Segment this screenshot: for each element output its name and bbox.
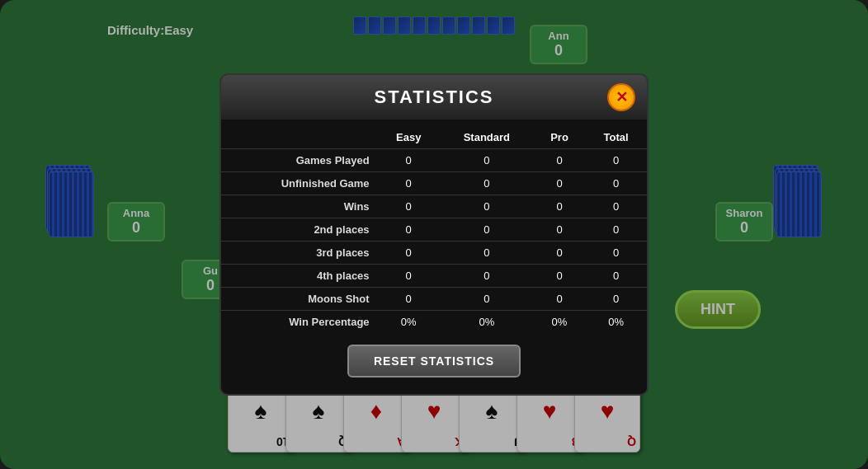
stats-row: 4th places 0 0 0 0 bbox=[221, 265, 647, 288]
row-total: 0 bbox=[585, 265, 647, 288]
row-pro: 0 bbox=[534, 195, 585, 218]
row-easy: 0 bbox=[378, 218, 440, 242]
close-icon: ✕ bbox=[616, 88, 628, 106]
row-pro: 0 bbox=[534, 288, 585, 311]
row-standard: 0% bbox=[440, 311, 534, 334]
row-label: Moons Shot bbox=[221, 288, 378, 311]
col-header-empty bbox=[221, 126, 378, 149]
row-pro: 0 bbox=[534, 149, 585, 172]
row-pro: 0 bbox=[534, 265, 585, 288]
row-pro: 0 bbox=[534, 172, 585, 195]
statistics-modal: STATISTICS ✕ Easy Standard Pro Total bbox=[219, 73, 649, 396]
modal-header: STATISTICS ✕ bbox=[221, 75, 647, 120]
row-total: 0 bbox=[585, 218, 647, 242]
row-standard: 0 bbox=[440, 288, 534, 311]
row-easy: 0 bbox=[378, 242, 440, 265]
row-label: 2nd places bbox=[221, 218, 378, 242]
col-header-total: Total bbox=[585, 126, 647, 149]
row-easy: 0 bbox=[378, 172, 440, 195]
stats-row: Win Percentage 0% 0% 0% 0% bbox=[221, 311, 647, 334]
reset-statistics-button[interactable]: RESET STATISTICS bbox=[347, 345, 521, 378]
row-label: Games Played bbox=[221, 149, 378, 172]
stats-row: Games Played 0 0 0 0 bbox=[221, 149, 647, 172]
row-standard: 0 bbox=[440, 195, 534, 218]
game-background: Difficulty:Easy Ann 0 Anna 0 Gu bbox=[0, 0, 868, 469]
row-easy: 0 bbox=[378, 288, 440, 311]
row-label: Unfinished Game bbox=[221, 172, 378, 195]
row-label: Win Percentage bbox=[221, 311, 378, 334]
modal-overlay: STATISTICS ✕ Easy Standard Pro Total bbox=[0, 0, 868, 469]
stats-row: Wins 0 0 0 0 bbox=[221, 195, 647, 218]
row-pro: 0 bbox=[534, 218, 585, 242]
row-total: 0% bbox=[585, 311, 647, 334]
row-standard: 0 bbox=[440, 218, 534, 242]
row-pro: 0 bbox=[534, 242, 585, 265]
row-total: 0 bbox=[585, 288, 647, 311]
col-header-easy: Easy bbox=[378, 126, 440, 149]
stats-row: 2nd places 0 0 0 0 bbox=[221, 218, 647, 242]
row-standard: 0 bbox=[440, 172, 534, 195]
row-easy: 0 bbox=[378, 149, 440, 172]
col-header-standard: Standard bbox=[440, 126, 534, 149]
stats-row: Unfinished Game 0 0 0 0 bbox=[221, 172, 647, 195]
modal-title: STATISTICS bbox=[374, 87, 493, 107]
statistics-table: Easy Standard Pro Total Games Played 0 0… bbox=[221, 126, 647, 333]
row-standard: 0 bbox=[440, 149, 534, 172]
row-total: 0 bbox=[585, 242, 647, 265]
stats-row: 3rd places 0 0 0 0 bbox=[221, 242, 647, 265]
row-standard: 0 bbox=[440, 265, 534, 288]
row-easy: 0% bbox=[378, 311, 440, 334]
row-total: 0 bbox=[585, 172, 647, 195]
stats-row: Moons Shot 0 0 0 0 bbox=[221, 288, 647, 311]
col-header-pro: Pro bbox=[534, 126, 585, 149]
row-easy: 0 bbox=[378, 265, 440, 288]
device-frame: Difficulty:Easy Ann 0 Anna 0 Gu bbox=[0, 0, 868, 469]
row-total: 0 bbox=[585, 195, 647, 218]
row-pro: 0% bbox=[534, 311, 585, 334]
close-button[interactable]: ✕ bbox=[607, 83, 635, 111]
row-standard: 0 bbox=[440, 242, 534, 265]
row-total: 0 bbox=[585, 149, 647, 172]
row-label: 3rd places bbox=[221, 242, 378, 265]
row-label: 4th places bbox=[221, 265, 378, 288]
row-easy: 0 bbox=[378, 195, 440, 218]
row-label: Wins bbox=[221, 195, 378, 218]
